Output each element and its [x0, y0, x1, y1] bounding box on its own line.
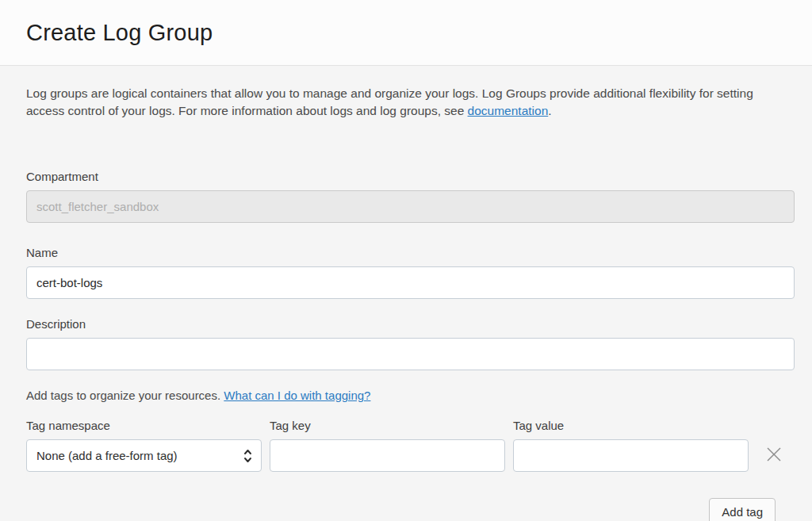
intro-text-before: Log groups are logical containers that a… — [26, 86, 753, 117]
remove-tag-button[interactable] — [765, 439, 783, 472]
intro-text-after: . — [548, 104, 551, 117]
tag-value-column: Tag value — [513, 419, 749, 472]
add-tag-button[interactable]: Add tag — [709, 498, 776, 521]
tags-intro-before: Add tags to organize your resources. — [26, 389, 224, 402]
tag-key-label: Tag key — [270, 419, 505, 432]
tag-namespace-label: Tag namespace — [26, 419, 262, 432]
select-stepper-icon — [243, 448, 253, 464]
create-log-group-form: Log groups are logical containers that a… — [0, 66, 812, 521]
tag-namespace-selected-value: None (add a free-form tag) — [36, 449, 178, 462]
compartment-label: Compartment — [26, 170, 795, 183]
intro-text: Log groups are logical containers that a… — [26, 85, 795, 120]
tag-namespace-select[interactable]: None (add a free-form tag) — [26, 439, 262, 472]
tags-intro-text: Add tags to organize your resources. Wha… — [26, 389, 795, 402]
tag-namespace-column: Tag namespace None (add a free-form tag) — [26, 419, 262, 472]
documentation-link[interactable]: documentation — [468, 104, 549, 117]
close-x-icon — [765, 446, 783, 466]
tag-key-column: Tag key — [270, 419, 505, 472]
description-label: Description — [26, 317, 795, 331]
description-input[interactable] — [26, 338, 795, 370]
description-field-block: Description — [26, 317, 795, 370]
page-title: Create Log Group — [26, 20, 213, 46]
name-input[interactable] — [26, 266, 795, 299]
compartment-field-block: Compartment — [26, 170, 795, 223]
compartment-input — [26, 190, 795, 223]
page-header: Create Log Group — [0, 0, 812, 66]
tag-actions-row: Add tag — [26, 498, 795, 521]
name-field-block: Name — [26, 246, 795, 299]
name-label: Name — [26, 246, 795, 259]
tag-value-label: Tag value — [513, 419, 749, 432]
tag-row: Tag namespace None (add a free-form tag)… — [26, 419, 795, 472]
tagging-help-link[interactable]: What can I do with tagging? — [224, 389, 370, 402]
tag-value-input[interactable] — [513, 439, 749, 472]
tag-key-input[interactable] — [270, 439, 505, 472]
